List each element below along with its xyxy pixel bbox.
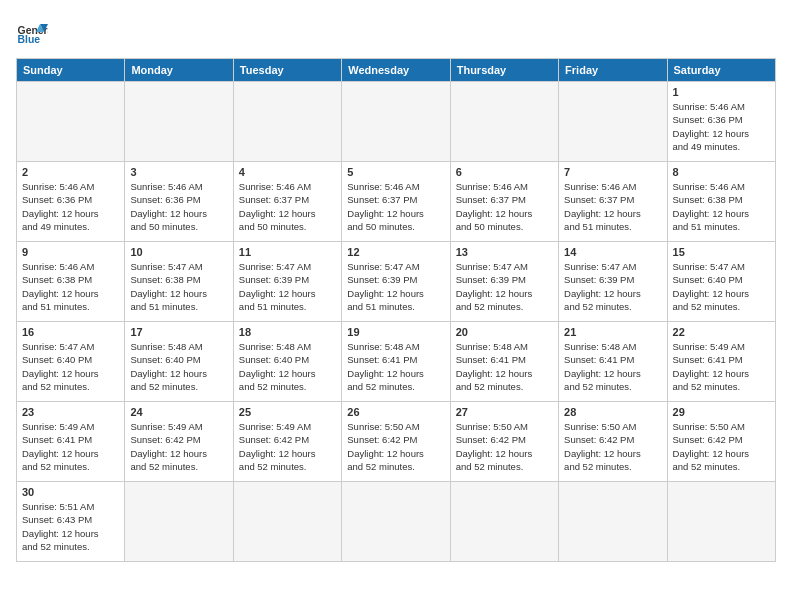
day-header-saturday: Saturday — [667, 59, 775, 82]
day-number: 6 — [456, 166, 553, 178]
week-row-5: 23Sunrise: 5:49 AM Sunset: 6:41 PM Dayli… — [17, 402, 776, 482]
calendar-cell: 14Sunrise: 5:47 AM Sunset: 6:39 PM Dayli… — [559, 242, 667, 322]
calendar-cell: 27Sunrise: 5:50 AM Sunset: 6:42 PM Dayli… — [450, 402, 558, 482]
day-info: Sunrise: 5:49 AM Sunset: 6:42 PM Dayligh… — [130, 420, 227, 473]
calendar-cell: 4Sunrise: 5:46 AM Sunset: 6:37 PM Daylig… — [233, 162, 341, 242]
day-header-friday: Friday — [559, 59, 667, 82]
day-number: 12 — [347, 246, 444, 258]
day-header-thursday: Thursday — [450, 59, 558, 82]
calendar-cell — [125, 82, 233, 162]
week-row-1: 1Sunrise: 5:46 AM Sunset: 6:36 PM Daylig… — [17, 82, 776, 162]
day-info: Sunrise: 5:46 AM Sunset: 6:38 PM Dayligh… — [22, 260, 119, 313]
calendar-cell — [450, 82, 558, 162]
day-number: 24 — [130, 406, 227, 418]
day-number: 17 — [130, 326, 227, 338]
day-number: 4 — [239, 166, 336, 178]
calendar-cell: 23Sunrise: 5:49 AM Sunset: 6:41 PM Dayli… — [17, 402, 125, 482]
calendar-cell: 20Sunrise: 5:48 AM Sunset: 6:41 PM Dayli… — [450, 322, 558, 402]
calendar-cell: 30Sunrise: 5:51 AM Sunset: 6:43 PM Dayli… — [17, 482, 125, 562]
svg-text:Blue: Blue — [18, 34, 41, 45]
day-info: Sunrise: 5:48 AM Sunset: 6:41 PM Dayligh… — [564, 340, 661, 393]
calendar-cell: 25Sunrise: 5:49 AM Sunset: 6:42 PM Dayli… — [233, 402, 341, 482]
calendar-cell: 8Sunrise: 5:46 AM Sunset: 6:38 PM Daylig… — [667, 162, 775, 242]
calendar-cell: 1Sunrise: 5:46 AM Sunset: 6:36 PM Daylig… — [667, 82, 775, 162]
day-info: Sunrise: 5:48 AM Sunset: 6:40 PM Dayligh… — [239, 340, 336, 393]
calendar-cell: 24Sunrise: 5:49 AM Sunset: 6:42 PM Dayli… — [125, 402, 233, 482]
calendar-cell — [342, 482, 450, 562]
day-number: 26 — [347, 406, 444, 418]
day-number: 9 — [22, 246, 119, 258]
day-info: Sunrise: 5:46 AM Sunset: 6:37 PM Dayligh… — [564, 180, 661, 233]
day-number: 19 — [347, 326, 444, 338]
page-header: General Blue — [16, 16, 776, 48]
day-info: Sunrise: 5:47 AM Sunset: 6:40 PM Dayligh… — [22, 340, 119, 393]
day-number: 27 — [456, 406, 553, 418]
calendar-cell: 16Sunrise: 5:47 AM Sunset: 6:40 PM Dayli… — [17, 322, 125, 402]
day-header-sunday: Sunday — [17, 59, 125, 82]
day-info: Sunrise: 5:50 AM Sunset: 6:42 PM Dayligh… — [564, 420, 661, 473]
day-number: 29 — [673, 406, 770, 418]
calendar-cell: 15Sunrise: 5:47 AM Sunset: 6:40 PM Dayli… — [667, 242, 775, 322]
week-row-2: 2Sunrise: 5:46 AM Sunset: 6:36 PM Daylig… — [17, 162, 776, 242]
day-info: Sunrise: 5:46 AM Sunset: 6:38 PM Dayligh… — [673, 180, 770, 233]
day-header-tuesday: Tuesday — [233, 59, 341, 82]
day-info: Sunrise: 5:47 AM Sunset: 6:38 PM Dayligh… — [130, 260, 227, 313]
day-info: Sunrise: 5:50 AM Sunset: 6:42 PM Dayligh… — [347, 420, 444, 473]
day-number: 21 — [564, 326, 661, 338]
day-info: Sunrise: 5:46 AM Sunset: 6:36 PM Dayligh… — [130, 180, 227, 233]
calendar-cell — [559, 482, 667, 562]
calendar-cell: 10Sunrise: 5:47 AM Sunset: 6:38 PM Dayli… — [125, 242, 233, 322]
day-info: Sunrise: 5:46 AM Sunset: 6:37 PM Dayligh… — [347, 180, 444, 233]
calendar-cell: 7Sunrise: 5:46 AM Sunset: 6:37 PM Daylig… — [559, 162, 667, 242]
day-info: Sunrise: 5:49 AM Sunset: 6:41 PM Dayligh… — [673, 340, 770, 393]
day-number: 13 — [456, 246, 553, 258]
day-number: 14 — [564, 246, 661, 258]
calendar-table: SundayMondayTuesdayWednesdayThursdayFrid… — [16, 58, 776, 562]
calendar-cell — [342, 82, 450, 162]
calendar-cell: 11Sunrise: 5:47 AM Sunset: 6:39 PM Dayli… — [233, 242, 341, 322]
day-number: 22 — [673, 326, 770, 338]
day-number: 5 — [347, 166, 444, 178]
day-info: Sunrise: 5:47 AM Sunset: 6:39 PM Dayligh… — [564, 260, 661, 313]
day-header-monday: Monday — [125, 59, 233, 82]
calendar-cell: 3Sunrise: 5:46 AM Sunset: 6:36 PM Daylig… — [125, 162, 233, 242]
calendar-cell — [233, 482, 341, 562]
day-number: 18 — [239, 326, 336, 338]
calendar-cell: 19Sunrise: 5:48 AM Sunset: 6:41 PM Dayli… — [342, 322, 450, 402]
day-number: 16 — [22, 326, 119, 338]
day-info: Sunrise: 5:48 AM Sunset: 6:40 PM Dayligh… — [130, 340, 227, 393]
day-number: 25 — [239, 406, 336, 418]
calendar-cell: 12Sunrise: 5:47 AM Sunset: 6:39 PM Dayli… — [342, 242, 450, 322]
day-number: 8 — [673, 166, 770, 178]
calendar-cell — [233, 82, 341, 162]
calendar-cell: 18Sunrise: 5:48 AM Sunset: 6:40 PM Dayli… — [233, 322, 341, 402]
day-info: Sunrise: 5:49 AM Sunset: 6:42 PM Dayligh… — [239, 420, 336, 473]
day-info: Sunrise: 5:46 AM Sunset: 6:36 PM Dayligh… — [22, 180, 119, 233]
day-info: Sunrise: 5:50 AM Sunset: 6:42 PM Dayligh… — [456, 420, 553, 473]
calendar-cell: 5Sunrise: 5:46 AM Sunset: 6:37 PM Daylig… — [342, 162, 450, 242]
calendar-cell — [450, 482, 558, 562]
day-header-wednesday: Wednesday — [342, 59, 450, 82]
day-number: 1 — [673, 86, 770, 98]
day-number: 10 — [130, 246, 227, 258]
day-info: Sunrise: 5:47 AM Sunset: 6:39 PM Dayligh… — [347, 260, 444, 313]
calendar-cell: 13Sunrise: 5:47 AM Sunset: 6:39 PM Dayli… — [450, 242, 558, 322]
day-info: Sunrise: 5:49 AM Sunset: 6:41 PM Dayligh… — [22, 420, 119, 473]
calendar-cell — [125, 482, 233, 562]
calendar-cell: 2Sunrise: 5:46 AM Sunset: 6:36 PM Daylig… — [17, 162, 125, 242]
day-number: 2 — [22, 166, 119, 178]
day-info: Sunrise: 5:47 AM Sunset: 6:40 PM Dayligh… — [673, 260, 770, 313]
calendar-cell: 22Sunrise: 5:49 AM Sunset: 6:41 PM Dayli… — [667, 322, 775, 402]
week-row-4: 16Sunrise: 5:47 AM Sunset: 6:40 PM Dayli… — [17, 322, 776, 402]
logo: General Blue — [16, 16, 48, 48]
calendar-cell: 28Sunrise: 5:50 AM Sunset: 6:42 PM Dayli… — [559, 402, 667, 482]
day-info: Sunrise: 5:47 AM Sunset: 6:39 PM Dayligh… — [239, 260, 336, 313]
day-number: 23 — [22, 406, 119, 418]
week-row-6: 30Sunrise: 5:51 AM Sunset: 6:43 PM Dayli… — [17, 482, 776, 562]
calendar-cell — [667, 482, 775, 562]
calendar-cell — [559, 82, 667, 162]
day-number: 11 — [239, 246, 336, 258]
calendar-cell: 26Sunrise: 5:50 AM Sunset: 6:42 PM Dayli… — [342, 402, 450, 482]
calendar-cell: 29Sunrise: 5:50 AM Sunset: 6:42 PM Dayli… — [667, 402, 775, 482]
day-number: 30 — [22, 486, 119, 498]
